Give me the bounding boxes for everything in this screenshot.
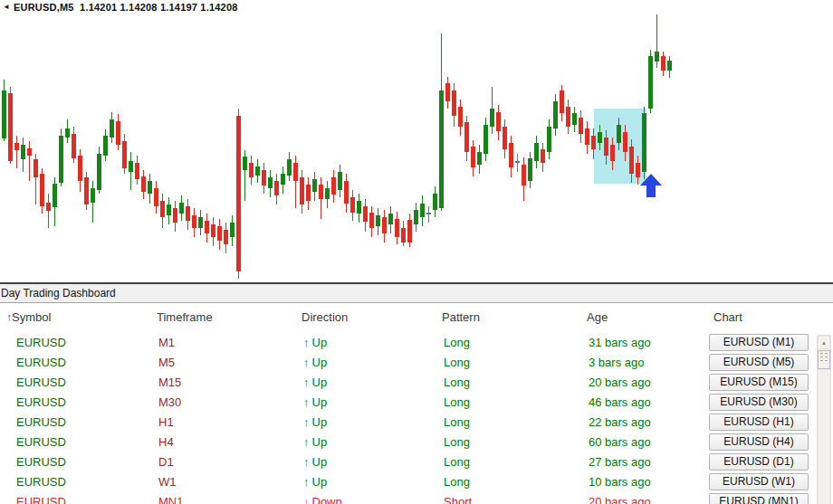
candle-body <box>27 148 32 156</box>
cell-symbol: EURUSD <box>16 455 66 469</box>
candle-body <box>110 119 114 138</box>
cell-pattern: Long <box>444 336 470 349</box>
table-row: EURUSDH4↑UpLong60 bars agoEURUSD (H4) <box>0 433 833 452</box>
cell-chart-button: EURUSD (W1) <box>709 473 809 490</box>
cell-direction: ↑Up <box>303 415 327 429</box>
trading-terminal-window: ◄ EURUSD,M5 1.14201 1.14208 1.14197 1.14… <box>0 0 833 504</box>
table-row: EURUSDMN1↓DownShort20 bars agoEURUSD (MN… <box>0 492 833 504</box>
open-chart-button[interactable]: EURUSD (MN1) <box>709 493 809 504</box>
down-arrow-icon: ↓ <box>303 495 310 504</box>
table-row: EURUSDM30↑UpLong46 bars agoEURUSD (M30) <box>0 393 833 413</box>
candle-body <box>667 61 672 71</box>
open-chart-button[interactable]: EURUSD (D1) <box>709 453 809 471</box>
column-header-chart[interactable]: Chart <box>713 310 742 324</box>
candle-body <box>547 127 551 152</box>
candle-body <box>148 181 152 194</box>
candle-body <box>141 176 146 192</box>
open-chart-button[interactable]: EURUSD (H4) <box>709 433 809 451</box>
open-chart-button[interactable]: EURUSD (M1) <box>709 334 809 351</box>
cell-symbol: EURUSD <box>16 395 66 409</box>
candle-body <box>503 127 507 149</box>
column-header-age[interactable]: Age <box>587 310 608 324</box>
candle-body <box>610 145 615 161</box>
scrollbar-grip <box>820 353 828 355</box>
candle-body <box>281 174 285 185</box>
candle-body <box>452 90 456 116</box>
candle-body <box>338 172 342 190</box>
scrollbar-grip <box>820 357 828 358</box>
candle-body <box>84 177 89 204</box>
candle-body <box>509 143 513 167</box>
candle-body <box>300 177 304 204</box>
up-arrow-icon: ↑ <box>303 395 310 409</box>
candle-body <box>217 226 222 241</box>
scrollbar-up-arrow-icon[interactable]: ▲ <box>818 336 830 349</box>
cell-chart-button: EURUSD (M15) <box>709 374 809 391</box>
cell-symbol: EURUSD <box>16 495 66 504</box>
candle-body <box>103 136 108 156</box>
day-trading-dashboard-panel: Day Trading Dashboard ↑Symbol Timeframe … <box>0 282 833 504</box>
cell-direction: ↑Up <box>303 435 327 449</box>
candlestick-chart[interactable]: ◄ EURUSD,M5 1.14201 1.14208 1.14197 1.14… <box>0 0 833 282</box>
candle-body <box>648 56 653 109</box>
candle-body <box>211 224 215 237</box>
cell-pattern: Long <box>444 395 470 409</box>
column-header-direction[interactable]: Direction <box>302 310 348 324</box>
candle-body <box>319 185 323 199</box>
chart-canvas <box>0 0 833 282</box>
open-chart-button[interactable]: EURUSD (M5) <box>709 354 809 371</box>
cell-timeframe: D1 <box>158 455 174 469</box>
candle-body <box>53 184 57 207</box>
cell-symbol: EURUSD <box>16 336 66 349</box>
candle-body <box>376 215 380 226</box>
candle-body <box>34 159 38 177</box>
open-chart-button[interactable]: EURUSD (W1) <box>709 473 809 490</box>
candle-body <box>515 161 520 163</box>
candle-body <box>350 197 355 213</box>
cell-timeframe: M30 <box>158 395 181 409</box>
open-chart-button[interactable]: EURUSD (M15) <box>709 374 809 391</box>
candle-body <box>14 143 19 150</box>
cell-age: 3 bars ago <box>589 356 644 369</box>
table-row: EURUSDW1↑UpLong10 bars agoEURUSD (W1) <box>0 472 833 492</box>
open-chart-button[interactable]: EURUSD (M30) <box>709 394 809 411</box>
table-row: EURUSDM5↑UpLong3 bars agoEURUSD (M5) <box>0 353 833 373</box>
cell-age: 10 bars ago <box>589 475 651 489</box>
scrollbar-thumb[interactable] <box>818 350 830 369</box>
candle-body <box>560 90 564 113</box>
open-chart-button[interactable]: EURUSD (H1) <box>709 414 809 431</box>
cell-chart-button: EURUSD (M5) <box>709 354 809 371</box>
candle-body <box>426 213 431 214</box>
cell-pattern: Short <box>444 495 472 504</box>
candle-body <box>382 217 387 233</box>
candle-body <box>357 201 361 214</box>
candle-body <box>255 166 260 176</box>
cell-timeframe: M1 <box>158 336 175 349</box>
column-header-pattern[interactable]: Pattern <box>442 310 480 324</box>
candle-body <box>2 90 6 138</box>
candle-body <box>21 145 25 159</box>
candle-body <box>642 113 646 172</box>
candle-body <box>160 201 165 217</box>
candle-body <box>230 223 235 237</box>
column-header-symbol[interactable]: ↑Symbol <box>6 310 51 324</box>
candle-body <box>623 132 627 152</box>
candle-body <box>477 152 482 165</box>
up-arrow-icon: ↑ <box>303 336 310 349</box>
cell-chart-button: EURUSD (D1) <box>709 453 809 471</box>
candle-body <box>331 177 336 195</box>
scrollbar-grip <box>820 360 828 362</box>
candle-body <box>388 214 393 224</box>
cell-age: 20 bars ago <box>589 495 651 504</box>
cell-symbol: EURUSD <box>16 376 66 389</box>
up-arrow-icon: ↑ <box>303 455 310 469</box>
candle-body <box>636 163 640 177</box>
candle-body <box>205 221 209 233</box>
cell-direction: ↑Up <box>303 455 327 469</box>
cell-direction: ↑Up <box>303 395 327 409</box>
column-header-timeframe[interactable]: Timeframe <box>157 310 213 324</box>
cell-direction: ↑Up <box>303 356 327 369</box>
candle-body <box>445 83 450 101</box>
vertical-scrollbar[interactable]: ▲ <box>817 335 831 504</box>
up-arrow-icon: ↑ <box>303 435 310 449</box>
